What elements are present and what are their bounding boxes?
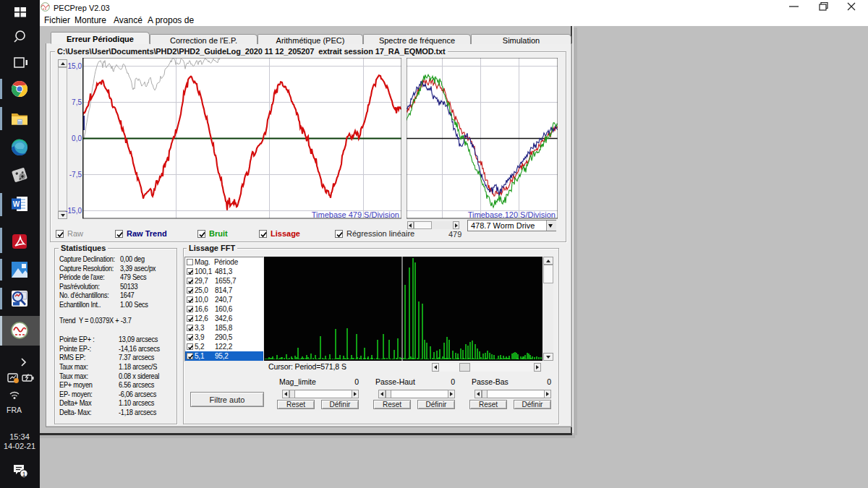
- svg-text:W: W: [13, 200, 20, 208]
- svg-text:1: 1: [22, 471, 26, 478]
